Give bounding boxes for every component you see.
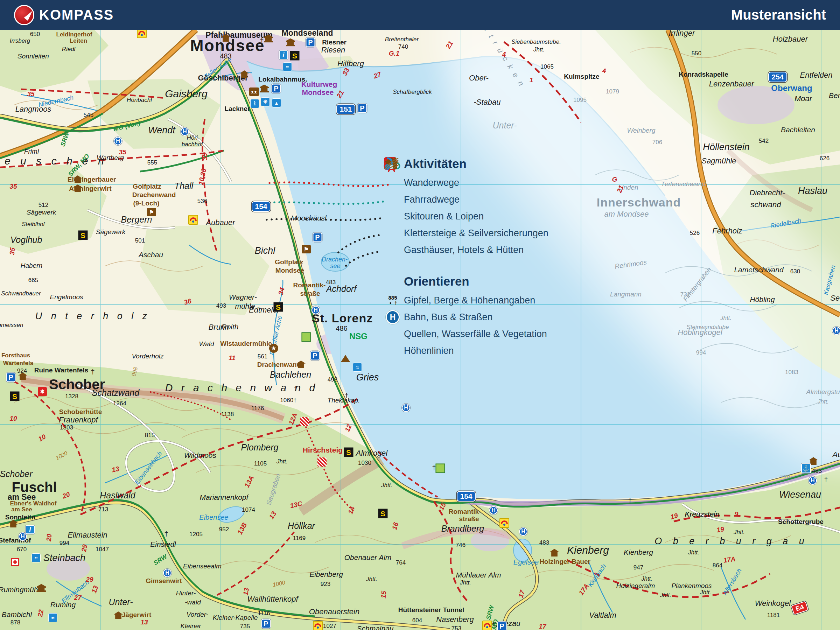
legend-item-label: Skitouren & Loipen [404,211,484,222]
legend-item-label: Gasthäuser, Hotels & Hütten [404,245,524,256]
legend-orientation-items: 885 • †Gipfel, Berge & HöhenangabenHBahn… [384,292,548,359]
legend-item: HBahn, Bus & Straßen [384,309,548,325]
legend-item: Gasthäuser, Hotels & Hütten [384,242,548,258]
legend-item: Höhenlinien [384,342,548,359]
legend-item: Wanderwege [384,174,548,191]
legend-item-label: Höhenlinien [404,346,454,356]
brand: KOMPASS [14,5,114,25]
legend-activities-items: WanderwegeFahrradwegeSkitouren & LoipenK… [384,174,548,258]
topo-map-canvas[interactable]: 650IrrsbergLeidingerhofLeitenSonnleitenR… [0,0,840,630]
legend-item-label: Klettersteige & Seilversicherungen [404,228,548,239]
page-title: Musteransicht [731,7,826,23]
kompass-logo-icon [14,5,34,25]
legend-item-label: Bahn, Bus & Straßen [404,312,493,323]
legend-item-label: Fahrradwege [404,194,459,205]
legend-item-label: Quellen, Wasserfälle & Vegetation [404,328,547,339]
kompass-map-sample: { "header": { "brand": "KOMPASS", "title… [0,0,840,630]
legend-activities-section: Aktivitäten WanderwegeFahrradwegeSkitour… [384,157,548,258]
peak-icon: 885 • † [384,295,402,306]
legend-item: Skitouren & Loipen [384,208,548,225]
bus-icon: H [384,310,402,324]
map-legend: Aktivitäten WanderwegeFahrradwegeSkitour… [384,157,548,359]
legend-activities-heading: Aktivitäten [404,157,548,171]
brand-name: KOMPASS [39,7,114,23]
legend-item: Fahrradwege [384,191,548,208]
legend-item: Klettersteige & Seilversicherungen [384,225,548,242]
header-bar: KOMPASS Musteransicht [0,0,840,30]
legend-item-label: Gipfel, Berge & Höhenangaben [404,295,535,306]
legend-orientation-section: Orientieren 885 • †Gipfel, Berge & Höhen… [384,275,548,359]
legend-item: Quellen, Wasserfälle & Vegetation [384,325,548,342]
legend-item-label: Wanderwege [404,177,459,188]
legend-item: 885 • †Gipfel, Berge & Höhenangaben [384,292,548,309]
legend-orientation-heading: Orientieren [404,275,548,288]
